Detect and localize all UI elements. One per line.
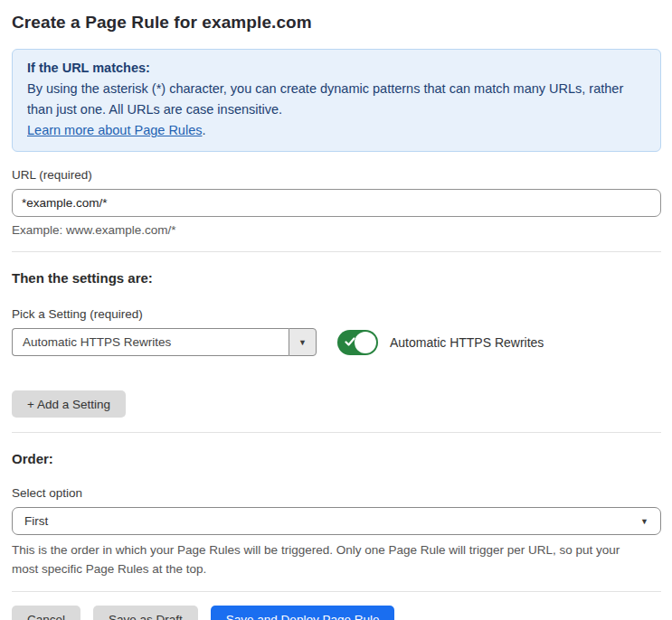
page-title: Create a Page Rule for example.com: [12, 13, 661, 33]
info-box-link-line: Learn more about Page Rules.: [27, 120, 646, 141]
divider: [12, 251, 661, 252]
cancel-button[interactable]: Cancel: [12, 606, 80, 620]
setting-row: Automatic HTTPS Rewrites ▼ Automatic HTT…: [12, 328, 661, 356]
create-page-rule-panel: Create a Page Rule for example.com If th…: [0, 0, 672, 620]
select-option-label: Select option: [12, 486, 661, 500]
pick-setting-label: Pick a Setting (required): [12, 307, 661, 321]
save-and-deploy-button[interactable]: Save and Deploy Page Rule: [211, 606, 395, 620]
order-section-heading: Order:: [12, 451, 661, 466]
url-example-text: Example: www.example.com/*: [12, 223, 661, 237]
chevron-down-icon: ▼: [640, 517, 648, 526]
divider: [12, 591, 661, 592]
save-as-draft-button[interactable]: Save as Draft: [93, 606, 198, 620]
info-box-body: By using the asterisk (*) character, you…: [27, 79, 646, 120]
order-select[interactable]: First ▼: [12, 507, 661, 535]
learn-more-link[interactable]: Learn more about Page Rules: [27, 123, 202, 137]
settings-section-heading: Then the settings are:: [12, 270, 661, 286]
toggle-knob: [355, 332, 376, 353]
url-matches-info-box: If the URL matches: By using the asteris…: [12, 49, 661, 152]
automatic-https-rewrites-toggle[interactable]: [337, 330, 378, 355]
order-select-value: First: [24, 514, 48, 528]
link-suffix: .: [202, 123, 205, 137]
toggle-label: Automatic HTTPS Rewrites: [390, 335, 544, 350]
setting-select-value[interactable]: Automatic HTTPS Rewrites: [12, 328, 289, 356]
setting-select-dropdown-button[interactable]: ▼: [289, 328, 317, 356]
footer-button-row: Cancel Save as Draft Save and Deploy Pag…: [12, 606, 661, 620]
order-help-text: This is the order in which your Page Rul…: [12, 541, 645, 578]
url-input[interactable]: [12, 189, 661, 217]
setting-select[interactable]: Automatic HTTPS Rewrites ▼: [12, 328, 317, 356]
divider: [12, 432, 661, 433]
info-box-heading: If the URL matches:: [27, 58, 646, 79]
chevron-down-icon: ▼: [298, 338, 307, 347]
add-setting-button[interactable]: + Add a Setting: [12, 390, 126, 418]
url-label: URL (required): [12, 168, 661, 182]
